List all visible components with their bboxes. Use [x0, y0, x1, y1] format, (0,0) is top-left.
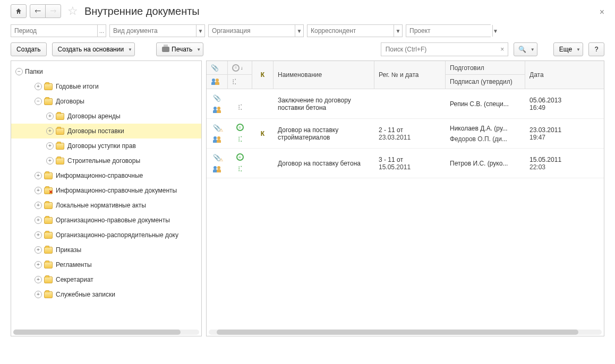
folder-icon — [44, 232, 53, 239]
period-input[interactable] — [11, 25, 97, 37]
tree-item[interactable]: +Договоры поставки — [11, 124, 201, 138]
folder-icon — [44, 98, 53, 105]
folder-icon — [56, 158, 64, 164]
expand-icon[interactable]: + — [35, 291, 42, 298]
scrollbar[interactable] — [13, 330, 199, 335]
expand-icon[interactable]: + — [46, 142, 54, 150]
grid-row[interactable]: 📎≡⁝⁚Договор на поставку бетона3 - 11 от1… — [207, 149, 604, 178]
tree-item[interactable]: −Договоры — [11, 94, 201, 109]
people-icon — [212, 107, 222, 113]
filter-doc-type[interactable]: ▼ — [109, 24, 205, 37]
filter-period[interactable]: … — [11, 24, 106, 37]
print-button[interactable]: Печать — [156, 42, 203, 56]
col-regno[interactable]: Рег. № и дата — [374, 61, 445, 89]
reg-no: 2 - 11 от — [379, 126, 441, 134]
ellipsis-icon[interactable]: … — [97, 25, 106, 37]
doc-name: Договор на поставку стройматериалов — [278, 126, 370, 141]
collapse-icon[interactable]: − — [35, 98, 42, 105]
magnifier-icon: 🔍 — [518, 46, 526, 53]
more-button[interactable]: Еще — [553, 42, 583, 56]
col-prepared[interactable]: Подготовил — [446, 61, 525, 75]
expand-icon[interactable]: + — [35, 246, 42, 254]
col-status[interactable]: ≡↓ — [228, 61, 252, 75]
help-button[interactable]: ? — [588, 42, 604, 56]
grid-row[interactable]: 📎⁝⁚Заключение по договору поставки бетон… — [207, 89, 604, 119]
search-box[interactable]: × — [381, 42, 508, 56]
paperclip-icon: 📎 — [211, 64, 219, 72]
filter-project[interactable]: ▼ — [406, 24, 491, 37]
tree-root[interactable]: − Папки — [11, 64, 201, 79]
tree-item[interactable]: +Организационно-распорядительные доку — [11, 228, 201, 242]
close-button[interactable]: × — [600, 7, 604, 17]
scrollbar[interactable] — [209, 330, 602, 335]
back-button[interactable]: 🡐 — [30, 4, 46, 18]
expand-icon[interactable]: + — [35, 216, 42, 224]
filter-organization[interactable]: ▼ — [208, 24, 304, 37]
tree-item[interactable]: +Информационно-справочные — [11, 168, 201, 183]
tree-item[interactable]: +Строительные договоры — [11, 153, 201, 168]
search-input[interactable] — [381, 46, 497, 53]
expand-icon[interactable]: + — [35, 202, 42, 209]
col-signed[interactable]: Подписал (утвердил) — [446, 75, 525, 89]
correspondent-input[interactable] — [308, 25, 394, 37]
tree-item[interactable]: +Служебные записки — [11, 287, 201, 302]
collapse-icon[interactable]: − — [15, 68, 23, 75]
tree-item[interactable]: +Информационно-справочные документы — [11, 183, 201, 198]
expand-icon[interactable]: + — [35, 261, 42, 268]
col-k[interactable]: К — [252, 61, 273, 89]
tree-item[interactable]: +Локальные нормативные акты — [11, 198, 201, 213]
expand-icon[interactable]: + — [35, 187, 42, 194]
expand-icon[interactable]: + — [46, 127, 54, 135]
people-icon — [212, 166, 222, 172]
clear-search-icon[interactable]: × — [497, 46, 508, 53]
favorite-star-icon[interactable]: ☆ — [67, 4, 78, 18]
expand-icon[interactable]: + — [35, 83, 42, 90]
chevron-down-icon[interactable]: ▼ — [492, 25, 498, 37]
col-attachment[interactable]: 📎 — [207, 61, 227, 75]
col-participants[interactable] — [207, 75, 227, 89]
create-button[interactable]: Создать — [11, 42, 47, 56]
doc-time: 22:03 — [529, 163, 579, 171]
col-name[interactable]: Наименование — [274, 61, 374, 89]
tree-item[interactable]: +Регламенты — [11, 257, 201, 272]
folder-icon — [56, 128, 64, 135]
create-based-on-button[interactable]: Создать на основании — [52, 42, 135, 56]
tree-item[interactable]: +Годовые итоги — [11, 79, 201, 94]
tree-item[interactable]: +Договоры аренды — [11, 109, 201, 124]
col-process[interactable]: ⁝⁚ — [228, 75, 252, 89]
grid-row[interactable]: 📎≡⁝⁚КДоговор на поставку стройматериалов… — [207, 119, 604, 149]
paperclip-icon: 📎 — [213, 94, 221, 102]
tree-item-label: Годовые итоги — [56, 83, 99, 90]
doc-name: Заключение по договору поставки бетона — [278, 97, 370, 111]
filter-bar: … ▼ ▼ ▼ ▼ — [11, 24, 604, 37]
tree-item[interactable]: +Приказы — [11, 242, 201, 257]
col-date[interactable]: Дата — [525, 61, 584, 89]
folder-icon — [44, 217, 53, 224]
filter-correspondent[interactable]: ▼ — [307, 24, 403, 37]
folder-icon — [44, 291, 53, 298]
tree-item[interactable]: +Договоры уступки прав — [11, 138, 201, 153]
expand-icon[interactable]: + — [35, 172, 42, 179]
tree-item[interactable]: +Секретариат — [11, 272, 201, 287]
tree-item-label: Информационно-справочные — [56, 172, 143, 179]
expand-icon[interactable]: + — [46, 112, 54, 120]
chevron-down-icon[interactable]: ▼ — [295, 25, 303, 37]
people-icon — [211, 79, 220, 85]
search-options-button[interactable]: 🔍 — [514, 42, 537, 56]
expand-icon[interactable]: + — [46, 157, 54, 164]
doc-date: 23.03.2011 — [529, 126, 579, 134]
toolbar: Создать Создать на основании Печать × 🔍 … — [11, 42, 604, 56]
folder-icon — [44, 262, 53, 268]
tree-item[interactable]: +Организационно-правовые документы — [11, 213, 201, 228]
grid-body: 📎⁝⁚Заключение по договору поставки бетон… — [207, 89, 604, 178]
home-button[interactable] — [11, 4, 27, 18]
expand-icon[interactable]: + — [35, 231, 42, 239]
expand-icon[interactable]: + — [35, 276, 42, 283]
chevron-down-icon[interactable]: ▼ — [394, 25, 402, 37]
forward-button[interactable]: 🡒 — [45, 4, 61, 18]
project-input[interactable] — [406, 25, 492, 37]
tree-item-label: Договоры уступки прав — [67, 142, 136, 150]
chevron-down-icon[interactable]: ▼ — [196, 25, 204, 37]
organization-input[interactable] — [209, 25, 295, 37]
doc-type-input[interactable] — [110, 25, 196, 37]
